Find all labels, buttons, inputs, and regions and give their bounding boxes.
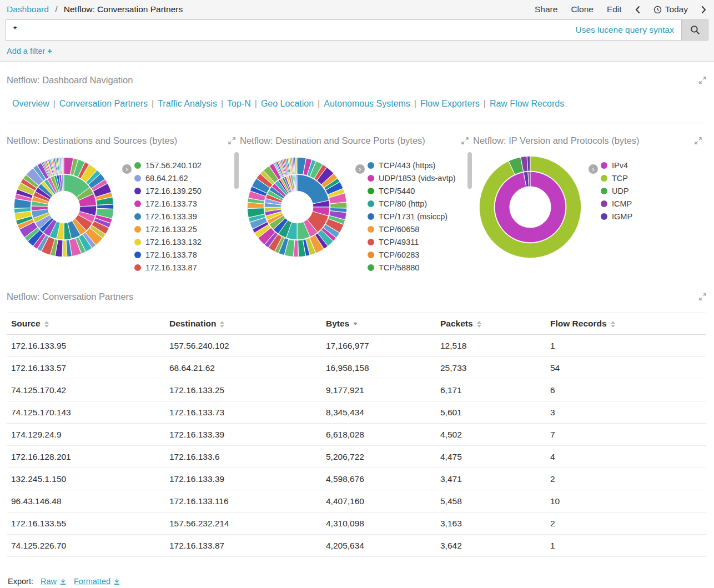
sunburst-segment[interactable] <box>295 157 297 174</box>
column-header-source[interactable]: Source <box>7 313 165 335</box>
legend-collapse-button[interactable]: › <box>122 164 132 174</box>
legend-color-dot <box>601 200 607 207</box>
table-row: 172.16.128.201172.16.133.65,206,7224,475… <box>7 446 706 468</box>
add-filter-link[interactable]: Add a filter+ <box>7 47 52 56</box>
sunburst-segment[interactable] <box>97 204 114 209</box>
download-icon <box>113 578 120 585</box>
legend-item[interactable]: 172.16.133.39 <box>134 212 202 221</box>
clone-button[interactable]: Clone <box>571 4 594 14</box>
legend-item[interactable]: 172.16.133.132 <box>134 238 202 247</box>
legend-item[interactable]: TCP/5440 <box>368 187 456 195</box>
panel-title: Netflow: IP Version and Protocols (bytes… <box>473 135 640 146</box>
table-cell: 172.16.133.57 <box>7 357 165 379</box>
column-header-destination[interactable]: Destination <box>165 313 321 335</box>
table-cell: 157.56.232.214 <box>165 512 321 535</box>
time-back-button[interactable] <box>635 6 640 14</box>
legend-label: TCP/1731 (msiccp) <box>379 212 447 221</box>
panel-expand-button[interactable] <box>458 135 469 148</box>
legend-color-dot <box>134 175 141 182</box>
legend-label: TCP/49311 <box>379 238 419 247</box>
nav-link-overview[interactable]: Overview <box>12 99 49 108</box>
legend-collapse-button[interactable]: › <box>355 164 365 174</box>
nav-separator: | <box>414 99 416 108</box>
table-cell: 2 <box>546 512 706 535</box>
legend-item[interactable]: 172.16.133.87 <box>134 263 202 272</box>
nav-link-traffic-analysis[interactable]: Traffic Analysis <box>158 99 217 108</box>
legend-item[interactable]: IGMP <box>601 212 632 221</box>
legend-item[interactable]: 172.16.139.250 <box>134 187 202 195</box>
table-row: 172.16.133.95157.56.240.10217,166,97712,… <box>7 335 706 357</box>
legend-item[interactable]: TCP/49311 <box>368 238 456 247</box>
filter-bar: Add a filter+ <box>0 41 714 59</box>
legend-item[interactable]: TCP/80 (http) <box>368 199 456 208</box>
search-icon <box>690 25 700 35</box>
table-cell: 4,475 <box>436 446 546 468</box>
table-cell: 7 <box>546 424 706 446</box>
panel-expand-button[interactable] <box>696 292 706 304</box>
search-button[interactable] <box>682 19 708 41</box>
legend-scrollbar[interactable] <box>467 152 472 189</box>
legend-label: TCP/60658 <box>379 225 419 234</box>
nav-link-geo-location[interactable]: Geo Location <box>261 99 314 108</box>
legend-collapse-button[interactable]: › <box>589 164 598 174</box>
sunburst-segment[interactable] <box>62 240 67 257</box>
search-input[interactable] <box>6 25 576 35</box>
legend-label: TCP/80 (http) <box>379 199 427 208</box>
edit-button[interactable]: Edit <box>607 4 622 14</box>
legend-item[interactable]: TCP/60658 <box>368 225 456 234</box>
legend-color-dot <box>134 226 141 233</box>
table-cell: 172.16.133.39 <box>165 424 321 446</box>
breadcrumb-separator: / <box>55 4 57 14</box>
nav-link-raw-flow-records[interactable]: Raw Flow Records <box>490 99 564 108</box>
legend-item[interactable]: 157.56.240.102 <box>134 161 202 170</box>
breadcrumb-dashboard-link[interactable]: Dashboard <box>7 4 49 14</box>
legend-label: 172.16.133.87 <box>145 263 197 272</box>
panel-expand-button[interactable] <box>691 135 702 148</box>
legend-item[interactable]: 172.16.133.78 <box>134 250 202 259</box>
table-body: 172.16.133.95157.56.240.10217,166,97712,… <box>7 335 706 557</box>
legend-item[interactable]: TCP <box>601 174 632 183</box>
export-raw-link[interactable]: Raw <box>41 577 67 586</box>
column-header-packets[interactable]: Packets <box>436 313 546 335</box>
time-forward-button[interactable] <box>701 6 706 14</box>
page-title: Netflow: Conversation Partners <box>64 4 183 14</box>
sort-icon <box>44 321 49 328</box>
nav-link-top-n[interactable]: Top-N <box>227 99 251 108</box>
panel-expand-button[interactable] <box>225 135 235 148</box>
nav-link-conversation-partners[interactable]: Conversation Partners <box>59 99 148 108</box>
nav-link-flow-exporters[interactable]: Flow Exporters <box>420 99 480 108</box>
legend-item[interactable]: TCP/58880 <box>368 263 456 272</box>
table-row: 96.43.146.48172.16.133.1164,407,1605,458… <box>7 490 706 512</box>
column-header-flow-records[interactable]: Flow Records <box>546 313 706 335</box>
lucene-syntax-link[interactable]: Uses lucene query syntax <box>576 25 674 35</box>
legend-item[interactable]: UDP <box>601 187 632 195</box>
time-picker-button[interactable]: Today <box>653 4 688 14</box>
column-header-bytes[interactable]: Bytes <box>321 313 436 335</box>
expand-icon <box>461 137 469 144</box>
legend-scrollbar[interactable] <box>234 152 239 189</box>
table-cell: 10 <box>546 490 706 512</box>
legend-item[interactable]: 172.16.133.73 <box>134 199 202 208</box>
legend-item[interactable]: ICMP <box>601 199 632 208</box>
legend-item[interactable]: UDP/1853 (vids-avtp) <box>368 174 456 183</box>
legend-item[interactable]: IPv4 <box>601 161 632 170</box>
legend-item[interactable]: 172.16.133.25 <box>134 225 202 234</box>
panel-expand-button[interactable] <box>696 75 706 87</box>
nav-link-autonomous-systems[interactable]: Autonomous Systems <box>324 99 410 108</box>
expand-icon <box>695 137 702 144</box>
legend-item[interactable]: TCP/1731 (msiccp) <box>368 212 456 221</box>
table-cell: 1 <box>546 335 706 357</box>
nav-separator: | <box>318 99 320 108</box>
export-formatted-link[interactable]: Formatted <box>74 577 120 586</box>
legend-item[interactable]: 68.64.21.62 <box>134 174 202 183</box>
table-cell: 6,171 <box>436 379 546 401</box>
legend-color-dot <box>134 162 141 169</box>
sunburst-segment[interactable] <box>62 157 63 174</box>
nav-separator: | <box>255 99 257 108</box>
legend-item[interactable]: TCP/60283 <box>368 250 456 259</box>
share-button[interactable]: Share <box>535 4 557 14</box>
legend-color-dot <box>134 213 141 220</box>
legend-item[interactable]: TCP/443 (https) <box>368 161 456 170</box>
legend-color-dot <box>134 239 141 245</box>
topbar-actions: Share Clone Edit Today <box>535 4 706 14</box>
